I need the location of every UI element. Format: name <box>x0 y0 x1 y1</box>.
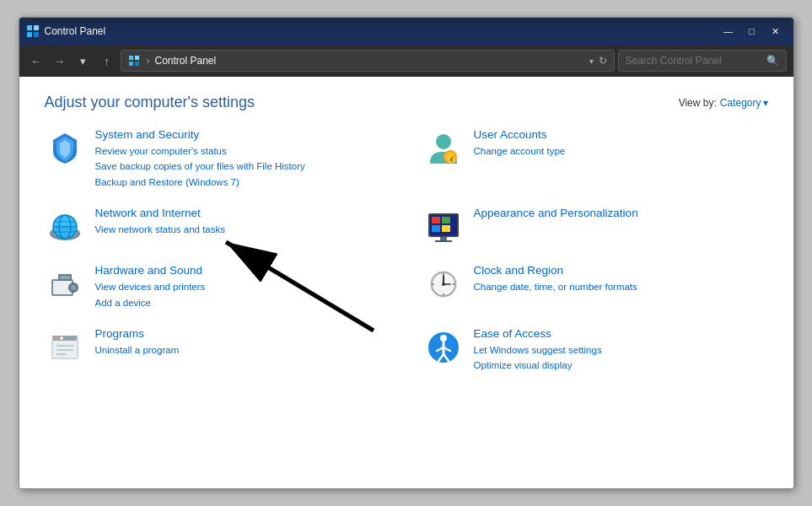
network-internet-title[interactable]: Network and Internet <box>95 207 390 219</box>
user-accounts-link-0[interactable]: Change account type <box>474 143 768 159</box>
svg-rect-4 <box>129 56 133 60</box>
network-internet-link-0[interactable]: View network status and tasks <box>95 222 390 237</box>
categories-container: System and Security Review your computer… <box>45 128 768 390</box>
svg-rect-27 <box>440 237 447 240</box>
category-network-internet: Network and Internet View network status… <box>45 207 390 247</box>
search-icon: 🔍 <box>766 55 779 67</box>
address-path: Control Panel <box>155 55 584 67</box>
programs-title[interactable]: Programs <box>95 327 390 340</box>
programs-text: Programs Uninstall a program <box>95 327 390 358</box>
system-security-text: System and Security Review your computer… <box>95 128 390 190</box>
clock-region-icon <box>423 264 464 304</box>
main-window: Control Panel — □ ✕ ← → ▾ ↑ › Control Pa… <box>19 17 794 489</box>
svg-point-49 <box>55 336 58 340</box>
hardware-sound-link-1[interactable]: Add a device <box>95 295 390 310</box>
system-security-link-2[interactable]: Backup and Restore (Windows 7) <box>95 175 390 190</box>
window-controls: — □ ✕ <box>718 23 787 40</box>
back-button[interactable]: ← <box>26 51 46 71</box>
close-button[interactable]: ✕ <box>765 23 787 40</box>
system-security-link-0[interactable]: Review your computer's status <box>95 143 390 159</box>
svg-rect-3 <box>34 32 39 37</box>
up-button[interactable]: ↑ <box>97 51 117 71</box>
svg-point-50 <box>60 336 63 340</box>
ease-access-link-0[interactable]: Let Windows suggest settings <box>474 342 768 358</box>
page-title: Adjust your computer's settings <box>45 94 255 111</box>
svg-point-45 <box>453 283 454 285</box>
user-accounts-icon: 💰 <box>423 128 464 169</box>
hardware-sound-text: Hardware and Sound View devices and prin… <box>95 264 390 310</box>
appearance-title[interactable]: Appearance and Personalization <box>474 207 768 219</box>
titlebar: Control Panel — □ ✕ <box>19 18 793 45</box>
ease-access-link-1[interactable]: Optimize visual display <box>474 358 768 373</box>
dropdown-button[interactable]: ▾ <box>73 51 94 71</box>
category-programs: Programs Uninstall a program <box>45 327 390 374</box>
content-area: Adjust your computer's settings View by:… <box>19 77 793 488</box>
minimize-button[interactable]: — <box>718 23 739 40</box>
view-by-control: View by: Category ▾ <box>679 97 768 109</box>
address-bar[interactable]: › Control Panel ▾ ↻ <box>121 50 615 72</box>
clock-region-link-0[interactable]: Change date, time, or number formats <box>474 279 768 294</box>
ease-access-title[interactable]: Ease of Access <box>474 327 768 340</box>
network-internet-icon <box>45 207 85 247</box>
svg-text:💰: 💰 <box>447 153 457 164</box>
clock-region-text: Clock and Region Change date, time, or n… <box>474 264 768 294</box>
svg-point-43 <box>443 293 444 295</box>
address-bar-icon <box>128 54 142 67</box>
category-hardware-sound: Hardware and Sound View devices and prin… <box>45 264 390 310</box>
svg-point-33 <box>72 286 75 289</box>
svg-point-55 <box>440 335 447 342</box>
user-accounts-text: User Accounts Change account type <box>474 128 768 159</box>
network-internet-text: Network and Internet View network status… <box>95 207 390 237</box>
categories-grid: System and Security Review your computer… <box>45 128 768 390</box>
category-appearance: Appearance and Personalization <box>423 207 768 247</box>
svg-point-42 <box>443 273 444 275</box>
svg-rect-0 <box>27 25 32 30</box>
view-by-label: View by: <box>679 97 717 109</box>
svg-point-41 <box>442 283 445 286</box>
search-bar[interactable]: 🔍 <box>618 50 787 72</box>
window-icon <box>26 24 40 38</box>
address-separator: › <box>147 55 150 67</box>
svg-rect-47 <box>53 341 77 358</box>
svg-rect-2 <box>27 32 32 37</box>
svg-rect-23 <box>432 217 440 223</box>
view-by-dropdown[interactable]: Category ▾ <box>720 97 768 109</box>
toolbar: ← → ▾ ↑ › Control Panel ▾ ↻ 🔍 <box>19 45 793 77</box>
programs-link-0[interactable]: Uninstall a program <box>95 342 390 358</box>
appearance-icon <box>423 207 464 247</box>
svg-rect-28 <box>435 240 452 242</box>
hardware-sound-icon <box>45 264 85 304</box>
ease-access-icon <box>423 327 464 368</box>
system-security-link-1[interactable]: Save backup copies of your files with Fi… <box>95 159 390 174</box>
svg-rect-5 <box>135 56 139 60</box>
svg-rect-1 <box>34 25 39 30</box>
maximize-button[interactable]: □ <box>741 23 763 40</box>
ease-access-text: Ease of Access Let Windows suggest setti… <box>474 327 768 374</box>
hardware-sound-title[interactable]: Hardware and Sound <box>95 264 390 277</box>
svg-rect-6 <box>129 62 133 66</box>
svg-rect-35 <box>60 276 70 279</box>
content-header: Adjust your computer's settings View by:… <box>45 94 768 111</box>
hardware-sound-link-0[interactable]: View devices and printers <box>95 279 390 294</box>
svg-rect-24 <box>442 217 450 223</box>
search-input[interactable] <box>626 55 761 67</box>
clock-region-title[interactable]: Clock and Region <box>474 264 768 277</box>
svg-rect-25 <box>432 225 440 232</box>
svg-rect-7 <box>135 62 139 66</box>
category-system-security: System and Security Review your computer… <box>45 128 390 190</box>
window-title: Control Panel <box>45 25 718 37</box>
svg-point-44 <box>433 283 434 285</box>
system-security-title[interactable]: System and Security <box>95 128 390 141</box>
category-ease-access: Ease of Access Let Windows suggest setti… <box>423 327 768 374</box>
refresh-button[interactable]: ↻ <box>599 55 607 67</box>
address-chevron[interactable]: ▾ <box>589 57 594 66</box>
appearance-text: Appearance and Personalization <box>474 207 768 222</box>
svg-point-9 <box>436 134 451 149</box>
category-user-accounts: 💰 User Accounts Change account type <box>423 128 768 190</box>
svg-rect-26 <box>442 225 450 232</box>
category-clock-region: Clock and Region Change date, time, or n… <box>423 264 768 310</box>
user-accounts-title[interactable]: User Accounts <box>474 128 768 141</box>
system-security-icon <box>45 128 85 169</box>
forward-button[interactable]: → <box>50 51 70 71</box>
programs-icon <box>45 327 85 368</box>
